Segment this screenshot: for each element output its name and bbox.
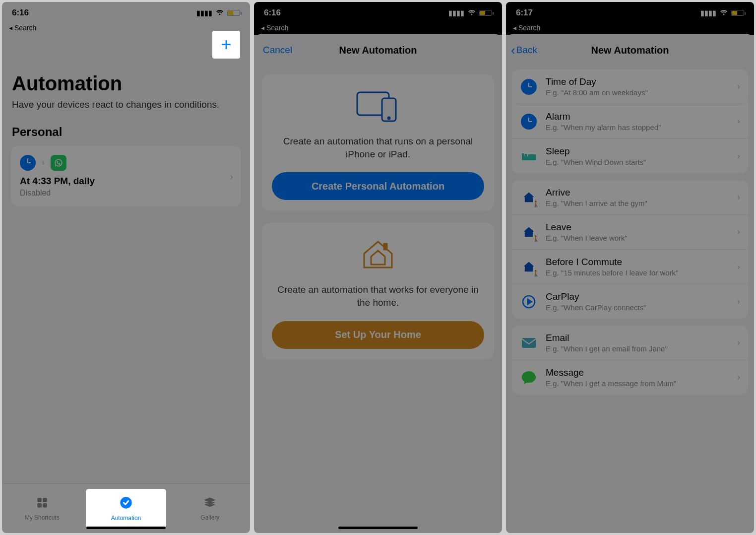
- trigger-subtitle: E.g. "When I get an email from Jane": [546, 344, 668, 353]
- plus-icon: +: [221, 34, 231, 55]
- trigger-sleep[interactable]: Sleep E.g. "When Wind Down starts" ›: [512, 139, 748, 173]
- status-bar: 6:16 ▮▮▮▮: [2, 2, 250, 24]
- trigger-title: Sleep: [546, 146, 646, 157]
- screen-trigger-list: 6:17 ▮▮▮▮ ◂ Search ‹ Back New Automation…: [506, 2, 754, 533]
- wifi-icon: [215, 9, 224, 17]
- trigger-title: Message: [546, 367, 676, 378]
- trigger-title: Arrive: [546, 187, 647, 198]
- trigger-time-of-day[interactable]: Time of Day E.g. "At 8:00 am on weekdays…: [512, 69, 748, 104]
- commute-icon: 🚶: [520, 258, 538, 276]
- trigger-subtitle: E.g. "When my alarm has stopped": [546, 123, 661, 132]
- chevron-right-icon: ›: [737, 192, 740, 202]
- setup-home-button[interactable]: Set Up Your Home: [272, 321, 484, 349]
- clock-icon: [520, 78, 538, 96]
- back-to-search[interactable]: ◂ Search: [254, 24, 502, 35]
- chevron-right-icon: ›: [737, 151, 740, 161]
- create-personal-automation-button[interactable]: Create Personal Automation: [272, 172, 484, 200]
- clock-time: 6:16: [12, 8, 29, 18]
- sheet-title: New Automation: [591, 45, 669, 56]
- back-button[interactable]: ‹ Back: [511, 43, 537, 58]
- chevron-right-icon: ›: [737, 116, 740, 127]
- home-indicator[interactable]: [338, 527, 418, 529]
- trigger-email[interactable]: Email E.g. "When I get an email from Jan…: [512, 326, 748, 360]
- chevron-right-icon: ›: [737, 227, 740, 237]
- trigger-subtitle: E.g. "When Wind Down starts": [546, 158, 646, 166]
- svg-rect-10: [522, 153, 524, 157]
- clock-icon: [20, 155, 36, 171]
- trigger-message[interactable]: Message E.g. "When I get a message from …: [512, 360, 748, 395]
- back-to-search[interactable]: ◂ Search: [506, 24, 754, 35]
- trigger-leave[interactable]: 🚶 Leave E.g. "When I leave work" ›: [512, 215, 748, 250]
- bed-icon: [520, 147, 538, 165]
- trigger-title: Before I Commute: [546, 257, 678, 268]
- svg-rect-1: [43, 498, 47, 502]
- home-icon: [358, 237, 398, 273]
- svg-rect-8: [384, 244, 387, 250]
- grid-icon: [36, 496, 49, 512]
- home-desc: Create an automation that works for ever…: [272, 283, 484, 309]
- tab-automation[interactable]: Automation: [86, 489, 166, 528]
- sheet-title: New Automation: [339, 45, 417, 56]
- trigger-subtitle: E.g. "When I arrive at the gym": [546, 199, 647, 207]
- trigger-subtitle: E.g. "15 minutes before I leave for work…: [546, 268, 678, 277]
- wifi-icon: [467, 9, 476, 17]
- cancel-button[interactable]: Cancel: [263, 45, 292, 56]
- trigger-arrive[interactable]: 🚶 Arrive E.g. "When I arrive at the gym"…: [512, 180, 748, 215]
- modal-sheet: ‹ Back New Automation Time of Day E.g. "…: [506, 34, 754, 533]
- modal-sheet: Cancel New Automation Create an automati…: [254, 34, 502, 533]
- wifi-icon: [719, 9, 728, 17]
- screen-new-automation-type: 6:16 ▮▮▮▮ ◂ Search Cancel New Automation…: [254, 2, 502, 533]
- devices-icon: [353, 88, 403, 125]
- screen-automation-list: 6:16 ▮▮▮▮ ◂ Search + Automation Have you…: [2, 2, 250, 533]
- tab-label: Gallery: [200, 514, 219, 521]
- svg-point-11: [524, 154, 527, 157]
- battery-icon: [227, 10, 240, 16]
- trigger-title: Time of Day: [546, 76, 648, 87]
- trigger-subtitle: E.g. "When CarPlay connects": [546, 303, 646, 312]
- sheet-nav: Cancel New Automation: [254, 38, 502, 63]
- sheet-nav: ‹ Back New Automation: [506, 38, 754, 63]
- mail-icon: [520, 334, 538, 352]
- page-title: Automation: [2, 59, 250, 99]
- whatsapp-icon: [51, 155, 66, 171]
- trigger-title: Alarm: [546, 111, 661, 122]
- svg-rect-2: [37, 503, 42, 508]
- carplay-icon: [520, 293, 538, 311]
- automation-card[interactable]: › At 4:33 PM, daily Disabled ›: [11, 146, 241, 206]
- chevron-right-icon: ›: [737, 337, 740, 348]
- trigger-title: CarPlay: [546, 291, 646, 302]
- tab-gallery[interactable]: Gallery: [170, 484, 250, 533]
- status-bar: 6:17 ▮▮▮▮: [506, 2, 754, 24]
- trigger-carplay[interactable]: CarPlay E.g. "When CarPlay connects" ›: [512, 284, 748, 319]
- tab-my-shortcuts[interactable]: My Shortcuts: [2, 484, 82, 533]
- home-indicator[interactable]: [86, 527, 166, 529]
- chevron-left-icon: ‹: [511, 43, 515, 58]
- automation-icon: [119, 496, 133, 513]
- add-automation-button[interactable]: +: [212, 31, 240, 59]
- automation-status: Disabled: [20, 189, 232, 198]
- battery-icon: [479, 10, 492, 16]
- trigger-alarm[interactable]: Alarm E.g. "When my alarm has stopped" ›: [512, 104, 748, 139]
- alarm-icon: [520, 113, 538, 131]
- trigger-before-commute[interactable]: 🚶 Before I Commute E.g. "15 minutes befo…: [512, 250, 748, 284]
- trigger-title: Leave: [546, 222, 628, 233]
- trigger-group-communication: Email E.g. "When I get an email from Jan…: [512, 326, 748, 395]
- clock-time: 6:17: [516, 8, 533, 18]
- trigger-subtitle: E.g. "When I leave work": [546, 234, 628, 242]
- cellular-icon: ▮▮▮▮: [448, 9, 464, 17]
- arrive-icon: 🚶: [520, 189, 538, 206]
- svg-rect-12: [528, 154, 536, 157]
- trigger-group-location: 🚶 Arrive E.g. "When I arrive at the gym"…: [512, 180, 748, 319]
- trigger-subtitle: E.g. "When I get a message from Mum": [546, 379, 676, 388]
- chevron-right-icon: ›: [737, 262, 740, 272]
- cellular-icon: ▮▮▮▮: [700, 9, 716, 17]
- tab-label: My Shortcuts: [25, 514, 60, 521]
- leave-icon: 🚶: [520, 223, 538, 241]
- svg-rect-0: [37, 498, 42, 502]
- svg-rect-3: [43, 503, 47, 508]
- trigger-subtitle: E.g. "At 8:00 am on weekdays": [546, 88, 648, 97]
- personal-automation-card: Create an automation that runs on a pers…: [262, 74, 494, 211]
- clock-time: 6:16: [264, 8, 281, 18]
- status-bar: 6:16 ▮▮▮▮: [254, 2, 502, 24]
- chevron-right-icon: ›: [737, 296, 740, 307]
